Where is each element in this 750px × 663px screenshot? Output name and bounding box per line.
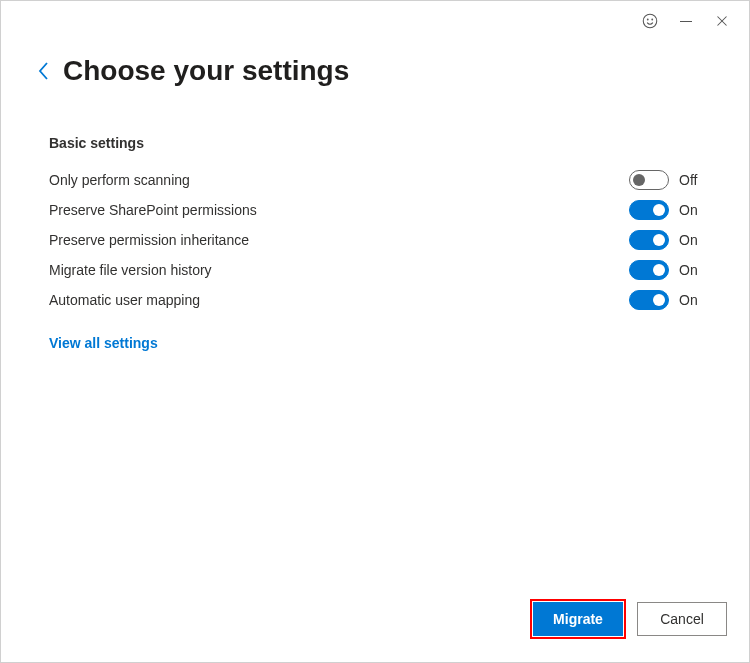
toggle-wrap: Off — [629, 170, 701, 190]
setting-label: Preserve permission inheritance — [49, 232, 249, 248]
setting-label: Only perform scanning — [49, 172, 190, 188]
toggle-wrap: On — [629, 200, 701, 220]
toggle-state-text: On — [679, 262, 698, 278]
setting-row-migrate-file-version-history: Migrate file version history On — [49, 255, 701, 285]
svg-point-0 — [643, 14, 657, 28]
view-all-settings-link[interactable]: View all settings — [49, 335, 701, 351]
toggle-wrap: On — [629, 290, 701, 310]
setting-row-preserve-sharepoint-permissions: Preserve SharePoint permissions On — [49, 195, 701, 225]
close-button[interactable] — [713, 12, 731, 30]
toggle-preserve-sharepoint-permissions[interactable] — [629, 200, 669, 220]
toggle-wrap: On — [629, 260, 701, 280]
setting-row-automatic-user-mapping: Automatic user mapping On — [49, 285, 701, 315]
setting-label: Automatic user mapping — [49, 292, 200, 308]
setting-row-only-perform-scanning: Only perform scanning Off — [49, 165, 701, 195]
toggle-preserve-permission-inheritance[interactable] — [629, 230, 669, 250]
minimize-button[interactable] — [677, 12, 695, 30]
setting-row-preserve-permission-inheritance: Preserve permission inheritance On — [49, 225, 701, 255]
titlebar — [1, 1, 749, 41]
cancel-button[interactable]: Cancel — [637, 602, 727, 636]
migrate-button[interactable]: Migrate — [533, 602, 623, 636]
settings-window: Choose your settings Basic settings Only… — [0, 0, 750, 663]
toggle-state-text: On — [679, 202, 698, 218]
svg-point-2 — [652, 19, 653, 20]
setting-label: Migrate file version history — [49, 262, 212, 278]
settings-list: Only perform scanning Off Preserve Share… — [49, 165, 701, 315]
toggle-state-text: On — [679, 232, 698, 248]
content-area: Choose your settings Basic settings Only… — [1, 41, 749, 602]
footer: Migrate Cancel — [1, 602, 749, 662]
back-button[interactable] — [37, 60, 51, 82]
setting-label: Preserve SharePoint permissions — [49, 202, 257, 218]
toggle-only-perform-scanning[interactable] — [629, 170, 669, 190]
feedback-icon[interactable] — [641, 12, 659, 30]
toggle-state-text: Off — [679, 172, 697, 188]
page-header: Choose your settings — [49, 55, 701, 87]
page-title: Choose your settings — [63, 55, 349, 87]
toggle-automatic-user-mapping[interactable] — [629, 290, 669, 310]
toggle-state-text: On — [679, 292, 698, 308]
svg-point-1 — [647, 19, 648, 20]
toggle-wrap: On — [629, 230, 701, 250]
toggle-migrate-file-version-history[interactable] — [629, 260, 669, 280]
section-title: Basic settings — [49, 135, 701, 151]
